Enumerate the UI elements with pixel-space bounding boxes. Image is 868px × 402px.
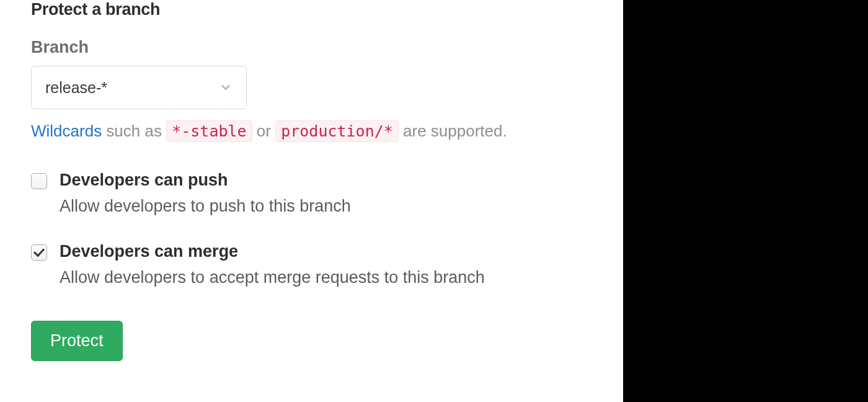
hint-text-2: or [252,122,276,140]
branch-select[interactable]: release-* [31,66,247,109]
wildcard-hint: Wildcards such as *-stable or production… [31,119,592,143]
code-example-stable: *-stable [166,120,252,142]
page-title: Protect a branch [31,0,592,19]
protect-button[interactable]: Protect [31,321,123,361]
hint-text-1: such as [102,122,166,140]
branch-select-value: release-* [45,79,107,97]
chevron-down-icon [219,81,232,94]
developers-can-push-title: Developers can push [60,171,592,190]
code-example-production: production/* [275,120,399,142]
developers-can-push-desc: Allow developers to push to this branch [60,195,592,218]
wildcards-link[interactable]: Wildcards [31,122,102,140]
branch-field-label: Branch [31,38,592,57]
developers-can-push-content: Developers can push Allow developers to … [60,171,592,218]
branch-select-wrap: release-* [31,66,247,109]
hint-text-3: are supported. [399,122,507,140]
developers-can-merge-title: Developers can merge [60,242,592,261]
protect-branch-panel: Protect a branch Branch release-* Wildca… [0,0,623,402]
developers-can-push-row: Developers can push Allow developers to … [31,171,592,218]
developers-can-merge-row: Developers can merge Allow developers to… [31,242,592,290]
developers-can-push-checkbox[interactable] [31,173,47,189]
side-panel [623,0,868,402]
developers-can-merge-checkbox[interactable] [31,244,47,261]
developers-can-merge-content: Developers can merge Allow developers to… [60,242,592,290]
developers-can-merge-desc: Allow developers to accept merge request… [60,266,592,290]
